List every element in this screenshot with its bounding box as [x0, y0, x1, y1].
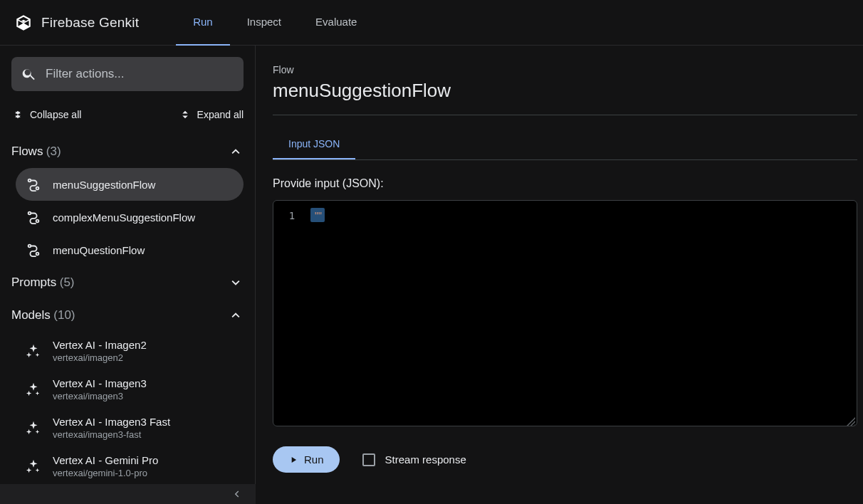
- flow-item-label: menuQuestionFlow: [53, 244, 145, 256]
- main-content: Flow menuSuggestionFlow Input JSON Provi…: [256, 46, 863, 504]
- flow-icon: [26, 177, 41, 192]
- subtabs: Input JSON: [273, 130, 857, 160]
- flow-item-label: menuSuggestionFlow: [53, 179, 155, 191]
- group-header-models[interactable]: Models (10): [11, 299, 244, 332]
- flow-icon: [26, 242, 41, 258]
- top-nav-tabs: Run Inspect Evaluate: [176, 0, 374, 46]
- top-bar: Firebase Genkit Run Inspect Evaluate: [0, 0, 863, 46]
- editor-gutter: 1: [273, 201, 310, 426]
- group-title-prompts: Prompts: [11, 275, 56, 289]
- sidebar-bottom-strip: [0, 484, 256, 504]
- sparkle-icon: [26, 382, 41, 397]
- input-label: Provide input (JSON):: [273, 177, 863, 190]
- search-icon: [21, 66, 37, 82]
- sidebar-item-menuSuggestionFlow[interactable]: menuSuggestionFlow: [16, 168, 244, 201]
- group-count-models: (10): [53, 308, 75, 322]
- collapse-icon: [11, 108, 24, 121]
- stream-response-group: Stream response: [362, 453, 466, 466]
- search-input-wrap[interactable]: [11, 57, 244, 91]
- flow-icon: [26, 209, 41, 225]
- code-text: "": [315, 210, 322, 221]
- expand-all-button[interactable]: Expand all: [179, 108, 244, 121]
- sidebar-item-model-imagen3[interactable]: Vertex AI - Imagen3vertexai/imagen3: [16, 370, 244, 409]
- sidebar-item-menuQuestionFlow[interactable]: menuQuestionFlow: [16, 233, 244, 266]
- sparkle-icon: [26, 343, 41, 359]
- group-title-models: Models: [11, 308, 51, 322]
- tab-inspect[interactable]: Inspect: [230, 0, 298, 46]
- model-id: vertexai/imagen2: [53, 352, 147, 363]
- code-area[interactable]: "": [310, 201, 857, 426]
- stream-label: Stream response: [385, 453, 466, 466]
- run-button-label: Run: [304, 453, 324, 466]
- tab-run[interactable]: Run: [176, 0, 230, 46]
- sidebar-item-model-gemini-pro[interactable]: Vertex AI - Gemini Provertexai/gemini-1.…: [16, 447, 244, 485]
- flow-item-label: complexMenuSuggestionFlow: [53, 211, 195, 224]
- collapse-expand-row: Collapse all Expand all: [11, 103, 244, 127]
- page-title: menuSuggestionFlow: [273, 80, 863, 102]
- resize-handle[interactable]: [847, 416, 855, 424]
- stream-checkbox[interactable]: [362, 453, 375, 466]
- brand-logo-group[interactable]: Firebase Genkit: [14, 14, 139, 32]
- divider: [273, 115, 857, 115]
- play-icon: [288, 455, 298, 465]
- sparkle-icon: [26, 458, 41, 474]
- model-title: Vertex AI - Imagen3: [53, 377, 147, 389]
- expand-all-label: Expand all: [197, 109, 244, 120]
- chevron-left-icon[interactable]: [230, 488, 243, 500]
- sidebar-item-model-imagen2[interactable]: Vertex AI - Imagen2vertexai/imagen2: [16, 332, 244, 370]
- sidebar: Collapse all Expand all Flows (3) menuSu…: [0, 46, 256, 504]
- group-header-flows[interactable]: Flows (3): [11, 135, 244, 168]
- chevron-up-icon: [228, 144, 244, 159]
- page-label: Flow: [273, 64, 863, 75]
- action-row: Run Stream response: [273, 446, 863, 473]
- sidebar-item-model-imagen3-fast[interactable]: Vertex AI - Imagen3 Fastvertexai/imagen3…: [16, 409, 244, 447]
- model-id: vertexai/imagen3-fast: [53, 429, 170, 440]
- group-title-flows: Flows: [11, 145, 43, 158]
- tab-evaluate[interactable]: Evaluate: [298, 0, 374, 46]
- model-title: Vertex AI - Gemini Pro: [53, 454, 158, 466]
- chevron-down-icon: [228, 275, 244, 290]
- sparkle-icon: [26, 420, 41, 436]
- subtab-input-json[interactable]: Input JSON: [273, 130, 355, 159]
- model-title: Vertex AI - Imagen2: [53, 339, 147, 351]
- collapse-all-label: Collapse all: [30, 109, 81, 120]
- model-id: vertexai/imagen3: [53, 391, 147, 401]
- sidebar-item-complexMenuSuggestionFlow[interactable]: complexMenuSuggestionFlow: [16, 201, 244, 233]
- search-input[interactable]: [46, 67, 234, 81]
- collapse-all-button[interactable]: Collapse all: [11, 108, 81, 121]
- group-count-prompts: (5): [60, 275, 75, 289]
- chevron-up-icon: [228, 308, 244, 323]
- brand-text: Firebase Genkit: [41, 15, 139, 31]
- line-number: 1: [273, 208, 310, 224]
- model-title: Vertex AI - Imagen3 Fast: [53, 416, 170, 428]
- json-input-editor[interactable]: 1 "": [273, 200, 857, 426]
- expand-icon: [179, 108, 192, 121]
- run-button[interactable]: Run: [273, 446, 340, 473]
- group-count-flows: (3): [46, 145, 61, 158]
- genkit-logo-icon: [14, 14, 33, 32]
- model-id: vertexai/gemini-1.0-pro: [53, 468, 158, 478]
- group-header-prompts[interactable]: Prompts (5): [11, 266, 244, 299]
